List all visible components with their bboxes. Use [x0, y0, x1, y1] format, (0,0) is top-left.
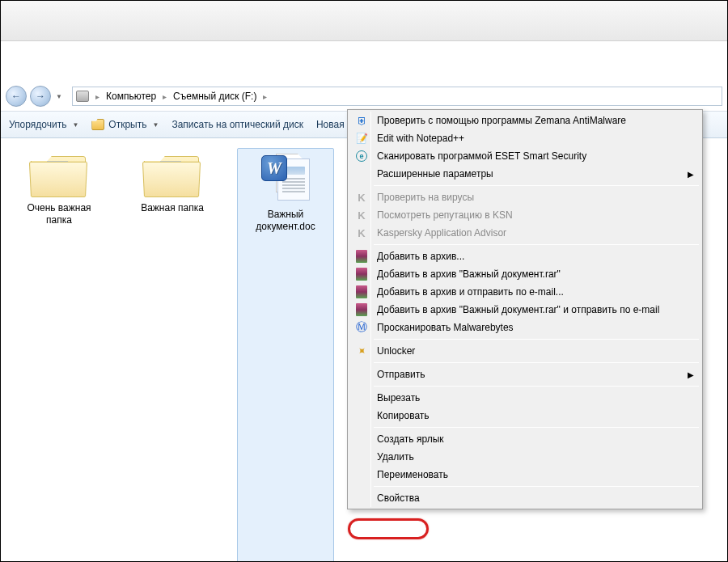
breadcrumb-item-drive[interactable]: Съемный диск (F:) — [173, 91, 256, 102]
file-item-selected[interactable]: W Важный документ.doc — [237, 148, 334, 562]
blank-icon — [353, 491, 370, 505]
wand-icon: ✦ — [350, 340, 373, 362]
cm-rename[interactable]: Переименовать — [349, 466, 700, 484]
winrar-icon — [353, 249, 370, 264]
context-menu: ⛨ Проверить с помощью программы Zemana A… — [347, 109, 703, 509]
toolbar-burn[interactable]: Записать на оптический диск — [171, 119, 303, 130]
burn-label: Записать на оптический диск — [171, 119, 303, 130]
folder-item[interactable]: Очень важная папка — [11, 148, 108, 562]
blank-icon — [353, 450, 370, 464]
file-label: Важный документ.doc — [241, 209, 330, 233]
cm-kaspersky-advisor: K Kaspersky Application Advisor — [349, 224, 700, 242]
cm-rar-nameemail[interactable]: Добавить в архив "Важный документ.rar" и… — [349, 301, 700, 319]
cm-kaspersky-ksn: K Посмотреть репутацию в KSN — [349, 206, 700, 224]
cm-separator — [374, 386, 699, 387]
breadcrumb-separator: ▸ — [92, 92, 103, 101]
blank-icon — [353, 167, 370, 181]
nav-history-dropdown[interactable]: ▼ — [54, 93, 64, 100]
cm-kaspersky-check: K Проверить на вирусы — [349, 188, 700, 206]
nav-forward-button[interactable]: → — [30, 86, 51, 107]
cm-properties[interactable]: Свойства — [349, 489, 700, 507]
breadcrumb-item-computer[interactable]: Компьютер — [106, 91, 156, 102]
breadcrumb-separator: ▸ — [159, 92, 170, 101]
cm-separator — [374, 427, 699, 428]
navigation-bar: ← → ▼ ▸ Компьютер ▸ Съемный диск (F:) ▸ — [1, 82, 727, 111]
cm-separator — [374, 244, 699, 245]
file-label: Важная папка — [141, 202, 204, 214]
cm-rar-add[interactable]: Добавить в архив... — [349, 247, 700, 265]
cm-malwarebytes[interactable]: Ⓜ Просканировать Malwarebytes — [349, 319, 700, 336]
breadcrumb[interactable]: ▸ Компьютер ▸ Съемный диск (F:) ▸ — [72, 87, 722, 106]
winrar-icon — [353, 285, 370, 299]
cm-rar-email[interactable]: Добавить в архив и отправить по e-mail..… — [349, 283, 700, 301]
blank-icon — [353, 408, 370, 423]
cm-eset-scan[interactable]: e Сканировать программой ESET Smart Secu… — [349, 147, 700, 165]
cm-copy[interactable]: Копировать — [349, 407, 700, 425]
nav-back-button[interactable]: ← — [6, 86, 27, 107]
file-label: Очень важная папка — [15, 202, 104, 226]
winrar-icon — [353, 302, 370, 317]
blank-icon — [353, 391, 370, 405]
eset-icon: e — [353, 149, 370, 163]
cm-create-shortcut[interactable]: Создать ярлык — [349, 430, 700, 448]
kaspersky-icon: K — [353, 226, 370, 240]
kaspersky-icon: K — [353, 190, 370, 205]
cm-separator — [374, 486, 699, 487]
word-doc-icon: W — [261, 154, 310, 204]
folder-icon — [144, 153, 201, 197]
blank-icon — [353, 367, 370, 382]
cm-separator — [374, 339, 699, 340]
open-label: Открыть — [108, 119, 146, 130]
drive-icon — [76, 91, 89, 102]
folder-icon — [31, 153, 87, 197]
cm-rar-addname[interactable]: Добавить в архив "Важный документ.rar" — [349, 265, 700, 283]
folder-open-icon — [91, 119, 104, 130]
cm-delete[interactable]: Удалить — [349, 448, 700, 466]
chevron-down-icon: ▼ — [152, 121, 159, 129]
submenu-arrow-icon: ▶ — [688, 170, 694, 179]
kaspersky-icon: K — [353, 208, 370, 222]
malwarebytes-icon: Ⓜ — [353, 320, 370, 335]
cm-cut[interactable]: Вырезать — [349, 389, 700, 407]
cm-extended[interactable]: Расширенные параметры ▶ — [349, 165, 700, 183]
toolbar-organize[interactable]: Упорядочить ▼ — [9, 119, 78, 130]
cm-unlocker[interactable]: ✦ Unlocker — [349, 342, 700, 360]
notepad-icon: 📝 — [353, 131, 370, 146]
winrar-icon — [353, 267, 370, 281]
window-titlebar — [1, 1, 727, 41]
cm-notepadpp[interactable]: 📝 Edit with Notepad++ — [349, 129, 700, 147]
cm-separator — [374, 185, 699, 186]
shield-icon: ⛨ — [353, 113, 370, 128]
toolbar-open[interactable]: Открыть ▼ — [91, 119, 159, 130]
chevron-down-icon: ▼ — [72, 121, 78, 129]
cm-separator — [374, 362, 699, 363]
submenu-arrow-icon: ▶ — [688, 370, 694, 379]
blank-icon — [353, 467, 370, 482]
folder-item[interactable]: Важная папка — [124, 148, 221, 562]
cm-zemana[interactable]: ⛨ Проверить с помощью программы Zemana A… — [349, 112, 700, 129]
breadcrumb-separator: ▸ — [260, 92, 270, 101]
blank-icon — [353, 432, 370, 446]
cm-sendto[interactable]: Отправить ▶ — [349, 366, 700, 383]
organize-label: Упорядочить — [9, 119, 66, 130]
